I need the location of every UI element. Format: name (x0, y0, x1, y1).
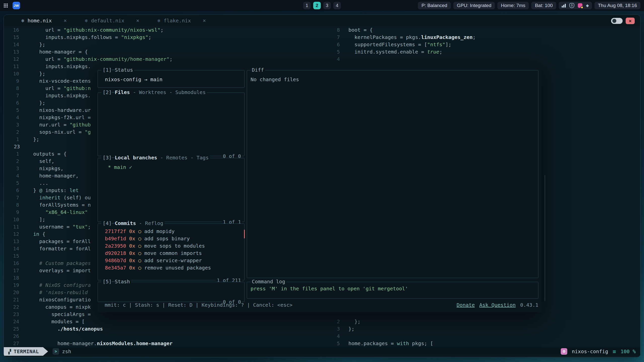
code-line: 4 (325, 333, 639, 340)
code-text: nixosConfiguratio (19, 296, 91, 303)
tab-home.nix[interactable]: ❄home.nix× (21, 18, 67, 24)
workspace-1[interactable]: 1 (303, 2, 311, 9)
commit-row[interactable]: 2717f2f 0x ○ add mopidy (105, 228, 241, 235)
code-text: nixos-hardware.ur (19, 107, 91, 114)
line-number: 4 (4, 114, 19, 121)
panel-title: Command log (251, 279, 286, 285)
commits-scrollbar[interactable] (244, 230, 245, 238)
shell-label: zsh (62, 348, 71, 354)
code-text: boot = { (340, 26, 373, 34)
commit-row[interactable]: 2a23950 0x ○ move sops to modules (105, 242, 241, 250)
code-text: overlays = import (19, 267, 91, 274)
panel-title: [4]─Commits - Reflog (101, 220, 165, 226)
tab-close-icon[interactable]: × (64, 18, 67, 24)
commit-graph-node: ○ (138, 250, 141, 256)
tab-close-icon[interactable]: × (136, 18, 139, 24)
code-text: }; (19, 99, 45, 107)
workspace-2[interactable]: 2 (313, 2, 321, 9)
module-battery[interactable]: Bat: 100 (531, 2, 556, 9)
module-power-profile[interactable]: P: Balanced (418, 2, 451, 9)
commit-message: add service-wrapper (144, 257, 202, 263)
scrollbar-thumb[interactable] (545, 175, 545, 301)
code-text: ./hosts/canopus (19, 325, 103, 333)
tab-label: flake.nix (164, 18, 191, 24)
commit-message: remove unused packages (144, 265, 211, 271)
commit-row[interactable]: 9486b7d 0x ○ add service-wrapper (105, 257, 241, 264)
module-gpu[interactable]: GPU: Integrated (453, 2, 495, 9)
code-line: 8boot = { (325, 26, 639, 34)
statusline: ▞ TERMINAL > zsh nixos-config ≡ 100 % (4, 347, 640, 356)
workspace-3[interactable]: 3 (323, 2, 331, 9)
tray-misc-icon[interactable]: ◆ (586, 3, 589, 8)
ask-question-link[interactable]: Ask Question (479, 302, 516, 308)
shield-icon[interactable]: 0 (569, 3, 574, 8)
tab-label: default.nix (91, 18, 124, 24)
code-line: 7 kernelPackages = pkgs.linuxPackages_ze… (325, 34, 639, 41)
app-grid-icon[interactable] (4, 3, 8, 8)
line-number: 5 (325, 340, 340, 347)
network-signal-icon[interactable] (562, 4, 566, 8)
code-line: 16 url = "github:nix-community/nixos-wsl… (4, 26, 322, 34)
commit-row[interactable]: 8e345a7 0x ○ remove unused packages (105, 264, 241, 272)
line-number: 24 (4, 318, 19, 325)
color-picker-icon[interactable] (578, 3, 582, 8)
lazygit-commits-panel[interactable]: [4]─Commits - Reflog 2717f2f 0x ○ add mo… (98, 223, 245, 280)
workspace-4[interactable]: 4 (333, 2, 341, 9)
code-text (19, 252, 33, 260)
line-number: 20 (4, 289, 19, 296)
line-number: 11 (4, 223, 19, 231)
nix-icon: ❄ (85, 18, 88, 23)
lazygit-footer-links: Donate Ask Question 0.43.1 (457, 302, 538, 308)
lazygit-branches-panel[interactable]: [3]─Local branches - Remotes - Tags * ma… (98, 158, 245, 222)
lazygit-files-panel[interactable]: [2]─Files - Worktrees - Submodules 0 of … (98, 93, 245, 156)
commit-row[interactable]: d920218 0x ○ move common imports (105, 250, 241, 257)
diff-content: No changed files (247, 70, 538, 83)
window-close-button[interactable]: × (626, 18, 635, 24)
line-number: 23 (4, 311, 19, 318)
code-text: specialArgs = (19, 311, 91, 318)
tab-flake.nix[interactable]: ❄flake.nix× (157, 18, 206, 24)
code-line: 26 (4, 333, 322, 340)
line-number: 2 (325, 318, 340, 325)
commit-row[interactable]: b49ef1d 0x ○ add sops binary (105, 235, 241, 242)
tab-default.nix[interactable]: ❄default.nix× (85, 18, 139, 24)
lazygit-command-log-panel[interactable]: Command log press 'M' in the files panel… (247, 282, 538, 299)
line-number: 18 (4, 274, 19, 282)
line-number: 5 (4, 179, 19, 187)
donate-link[interactable]: Donate (457, 302, 475, 308)
launcher-icon[interactable]: JW (13, 2, 20, 9)
code-text: nixpkgs-f2k.url = (19, 114, 91, 121)
code-text: }; (19, 136, 39, 143)
code-line: 14 }; (4, 41, 322, 48)
repo-icon (561, 348, 567, 355)
pin-toggle[interactable] (611, 18, 623, 24)
panel-title: [1]─Status (101, 67, 134, 73)
toggle-knob (612, 19, 616, 23)
code-text: home-manager = { (19, 48, 88, 56)
code-text (340, 56, 348, 63)
commit-message: add sops binary (144, 236, 190, 242)
pane-right-top[interactable]: 8boot = {7 kernelPackages = pkgs.linuxPa… (325, 26, 639, 63)
code-text (340, 333, 348, 340)
workspaces: 1234 (303, 2, 341, 9)
lazygit-stash-panel[interactable]: [5]─Stash 0 of 0 (98, 282, 245, 302)
clock[interactable]: Thu Aug 08, 18:16 (594, 2, 640, 9)
panel-title: [2]─Files - Worktrees - Submodules (101, 89, 207, 95)
line-number: 9 (4, 209, 19, 216)
tab-close-icon[interactable]: × (203, 18, 206, 24)
code-line: 4 (325, 56, 639, 63)
lazygit-status-panel[interactable]: [1]─Status nixos-config → main (98, 70, 245, 88)
code-text: self, (19, 158, 54, 165)
system-tray[interactable]: 0 ◆ (559, 2, 592, 9)
nix-icon: ❄ (157, 18, 160, 23)
code-text: ]; (19, 216, 45, 223)
statusline-left: ▞ TERMINAL > zsh (4, 347, 71, 356)
commit-hash: 8e345a7 (105, 265, 126, 271)
lazygit-version: 0.43.1 (520, 302, 538, 308)
module-ping[interactable]: Home: 7ms (497, 2, 529, 9)
commit-list: 2717f2f 0x ○ add mopidyb49ef1d 0x ○ add … (98, 224, 244, 272)
lazygit-diff-panel[interactable]: Diff No changed files (247, 70, 538, 278)
pane-right-bottom[interactable]: 2 };3};45home.packages = with pkgs; [ (325, 318, 639, 347)
code-line: 6 supportedFilesystems = ["ntfs"]; (325, 41, 639, 48)
shell-prompt-icon: > (53, 348, 59, 355)
